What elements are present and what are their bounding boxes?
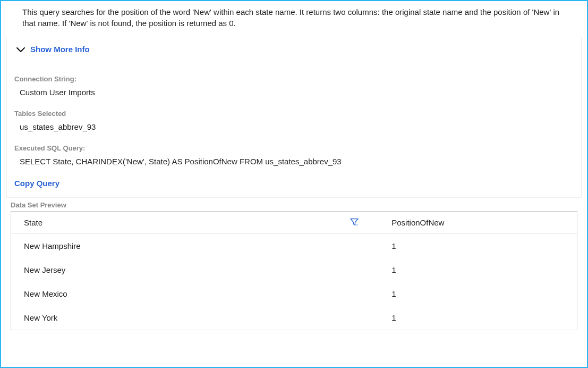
tables-selected-value: us_states_abbrev_93 [7, 121, 581, 140]
executed-query-label: Executed SQL Query: [7, 140, 581, 155]
table-row: New York 1 [11, 306, 577, 330]
cell-position: 1 [379, 282, 577, 306]
info-panel: Show More Info Connection String: Custom… [6, 37, 582, 198]
show-more-label: Show More Info [30, 45, 90, 54]
show-more-info-toggle[interactable]: Show More Info [7, 37, 581, 71]
column-header-position-label: PositionOfNew [391, 218, 444, 227]
chevron-down-icon [16, 45, 25, 55]
tables-selected-label: Tables Selected [7, 105, 581, 121]
connection-string-value: Custom User Imports [7, 86, 581, 105]
cell-state: New Jersey [11, 258, 379, 282]
cell-state: New Hampshire [11, 234, 379, 258]
cell-state: New York [11, 306, 379, 330]
svg-point-1 [356, 224, 357, 225]
column-header-state-label: State [24, 218, 42, 227]
column-header-position[interactable]: PositionOfNew [379, 212, 577, 234]
column-header-state[interactable]: State [11, 212, 379, 234]
table-header-row: State PositionOfNew [11, 212, 577, 234]
query-description: This query searches for the position of … [6, 6, 582, 37]
svg-point-0 [357, 224, 358, 225]
connection-string-label: Connection String: [7, 71, 581, 86]
cell-position: 1 [379, 234, 577, 258]
filter-icon[interactable] [350, 218, 359, 228]
data-set-preview-label: Data Set Preview [6, 198, 582, 211]
executed-query-value: SELECT State, CHARINDEX('New', State) AS… [7, 155, 581, 174]
cell-position: 1 [379, 306, 577, 330]
cell-position: 1 [379, 258, 577, 282]
cell-state: New Mexico [11, 282, 379, 306]
table-row: New Jersey 1 [11, 258, 577, 282]
preview-table-wrapper: State PositionOfNew [11, 211, 577, 330]
preview-table: State PositionOfNew [11, 212, 577, 330]
table-row: New Mexico 1 [11, 282, 577, 306]
table-row: New Hampshire 1 [11, 234, 577, 258]
copy-query-button[interactable]: Copy Query [7, 174, 581, 197]
